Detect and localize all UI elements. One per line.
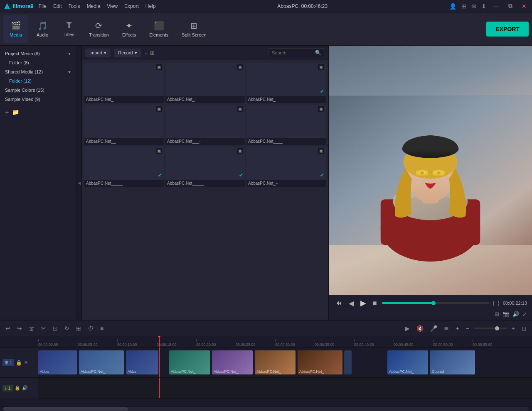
- folder-button[interactable]: 📁: [12, 109, 19, 116]
- cut-button[interactable]: ✂: [39, 324, 48, 333]
- skip-back-button[interactable]: ⏮: [334, 298, 344, 308]
- import-dropdown-arrow[interactable]: ▾: [104, 50, 106, 56]
- step-back-button[interactable]: ◀: [347, 298, 355, 308]
- scrollbar-thumb[interactable]: [3, 407, 128, 411]
- add-media-button[interactable]: +: [5, 109, 9, 116]
- panel-collapse-bar[interactable]: ◀: [77, 46, 82, 320]
- clip-8[interactable]: [344, 350, 352, 374]
- adjust-button[interactable]: ⊞: [74, 324, 83, 333]
- restore-button[interactable]: ⧉: [506, 2, 515, 10]
- clip-3[interactable]: Abba: [126, 350, 158, 374]
- remove-track-button[interactable]: −: [464, 324, 471, 333]
- more-button[interactable]: ≡: [98, 324, 106, 333]
- mic-button[interactable]: 🎤: [428, 324, 439, 333]
- video-track-content[interactable]: Abba AbbasPC.Net_ Abba AbbasPC.Net_: [38, 348, 532, 377]
- mute-button[interactable]: 🔇: [414, 324, 426, 333]
- tool-audio[interactable]: 🎵 Audio: [30, 15, 55, 43]
- crop-button[interactable]: ⊡: [51, 324, 60, 333]
- delete-button[interactable]: 🗑: [27, 324, 37, 333]
- record-button[interactable]: Record ▾: [114, 49, 141, 57]
- mail-icon[interactable]: ✉: [471, 3, 476, 10]
- grid-icon[interactable]: ⊞: [461, 3, 466, 10]
- sidebar-item-sample-video[interactable]: Sample Video (9): [0, 95, 76, 104]
- menu-edit[interactable]: Edit: [53, 3, 62, 9]
- tool-media[interactable]: 🎬 Media: [3, 15, 28, 43]
- volume-icon[interactable]: 🔊: [512, 311, 519, 317]
- tool-titles[interactable]: T Titles: [57, 15, 81, 43]
- media-thumb-6[interactable]: ▣ ✔ AbbasPC.Net_+: [246, 147, 326, 187]
- menu-tools[interactable]: Tools: [69, 3, 80, 9]
- menu-view[interactable]: View: [107, 3, 118, 9]
- track-eye-icon[interactable]: 👁: [24, 360, 29, 366]
- audio-track-content[interactable]: [38, 378, 532, 398]
- clip-5[interactable]: AbbasPC.Net_: [212, 350, 253, 374]
- sidebar-item-shared-media[interactable]: Shared Media (12) ▼: [0, 67, 76, 76]
- expand-icon[interactable]: ⤢: [522, 311, 527, 317]
- clip-2[interactable]: AbbasPC.Net_: [79, 350, 124, 374]
- media-thumb-3[interactable]: ▣ AbbasPC.Net____: [246, 105, 326, 145]
- search-input[interactable]: [272, 50, 313, 55]
- audio-track-lock-icon[interactable]: 🔒: [15, 385, 20, 391]
- minimize-button[interactable]: —: [491, 2, 501, 10]
- record-dropdown-arrow[interactable]: ▾: [135, 50, 137, 56]
- media-thumb-5[interactable]: ▣ ✔ AbbasPC.Net_____: [165, 147, 245, 187]
- grid-view-icon[interactable]: ⊞: [150, 50, 155, 56]
- tool-transition[interactable]: ⟳ Transition: [83, 15, 115, 43]
- sidebar-item-folder[interactable]: Folder (8): [0, 58, 76, 67]
- track-lock-icon[interactable]: 🔒: [16, 360, 22, 366]
- clip-10[interactable]: Countd: [430, 350, 475, 374]
- media-thumb-1[interactable]: ▣ AbbasPC.Net__: [84, 105, 164, 145]
- zoom-handle[interactable]: [495, 326, 499, 330]
- clip-1[interactable]: Abba: [38, 350, 77, 374]
- mixer-button[interactable]: ≋: [442, 324, 451, 333]
- sidebar-item-sample-colors[interactable]: Sample Colors (15): [0, 86, 76, 95]
- sidebar-item-project-media[interactable]: Project Media (8) ▼: [0, 49, 76, 58]
- zoom-slider[interactable]: [474, 328, 507, 329]
- clip-gap[interactable]: [160, 350, 167, 374]
- clip-7[interactable]: AbbasPC.Net_: [298, 350, 342, 374]
- play-button[interactable]: ▶: [359, 298, 368, 308]
- menu-help[interactable]: Help: [145, 3, 156, 9]
- audio-track-volume-icon[interactable]: 🔊: [22, 385, 28, 391]
- import-button[interactable]: Import ▾: [85, 49, 111, 57]
- media-thumb-partial-2[interactable]: ▣ AbbasPC.Net_-: [165, 63, 245, 103]
- media-thumb-partial-3[interactable]: ▣ ✔ AbbasPC.Net_: [246, 63, 326, 103]
- tool-effects[interactable]: ✦ Effects: [116, 15, 142, 43]
- rotate-button[interactable]: ↻: [62, 324, 71, 333]
- play-track-button[interactable]: ▶: [403, 324, 412, 333]
- progress-handle[interactable]: [431, 301, 436, 305]
- progress-bar[interactable]: [382, 302, 490, 304]
- sidebar-item-folder-12[interactable]: Folder (12): [0, 76, 76, 86]
- add-track-button[interactable]: +: [453, 324, 461, 333]
- download-icon[interactable]: ⬇: [481, 3, 486, 10]
- search-icon[interactable]: 🔍: [315, 50, 321, 56]
- timeline-scrollbar[interactable]: [0, 406, 532, 411]
- zoom-in-button[interactable]: +: [510, 324, 517, 333]
- menu-media[interactable]: Media: [87, 3, 101, 9]
- redo-button[interactable]: ↪: [15, 324, 24, 333]
- menu-file[interactable]: File: [39, 3, 47, 9]
- media-thumb-2[interactable]: ▣ AbbasPC.Net___-: [165, 105, 245, 145]
- fit-button[interactable]: ⊡: [520, 324, 529, 333]
- menu-export[interactable]: Export: [124, 3, 139, 9]
- clip-4[interactable]: AbbasPC.Net_: [169, 350, 210, 374]
- snapshot-icon[interactable]: 📷: [502, 311, 509, 317]
- marker-left[interactable]: {: [493, 300, 495, 306]
- export-button[interactable]: EXPORT: [486, 22, 529, 37]
- tool-elements[interactable]: ⬛ Elements: [143, 15, 174, 43]
- stop-button[interactable]: ■: [371, 298, 379, 308]
- tool-split-screen[interactable]: ⊞ Split Screen: [176, 15, 212, 43]
- ruler-mark-1: 00:00:05:00: [78, 339, 117, 347]
- timer-button[interactable]: ⏱: [86, 324, 96, 333]
- playhead[interactable]: [159, 336, 160, 347]
- profile-icon[interactable]: 👤: [449, 3, 456, 10]
- marker-right[interactable]: }: [498, 300, 500, 306]
- fullscreen-preview-icon[interactable]: ⊞: [495, 311, 499, 317]
- media-thumb-partial-1[interactable]: ▣ AbbasPC.Net_: [84, 63, 164, 103]
- close-button[interactable]: ✕: [520, 2, 529, 10]
- filter-icon[interactable]: ≡: [145, 50, 148, 56]
- media-thumb-4[interactable]: ▣ ✔ AbbasPC.Net_____: [84, 147, 164, 187]
- undo-button[interactable]: ↩: [3, 324, 12, 333]
- clip-6[interactable]: AbbasPC.Net_: [255, 350, 296, 374]
- clip-9[interactable]: AbbasPC.Net_: [387, 350, 428, 374]
